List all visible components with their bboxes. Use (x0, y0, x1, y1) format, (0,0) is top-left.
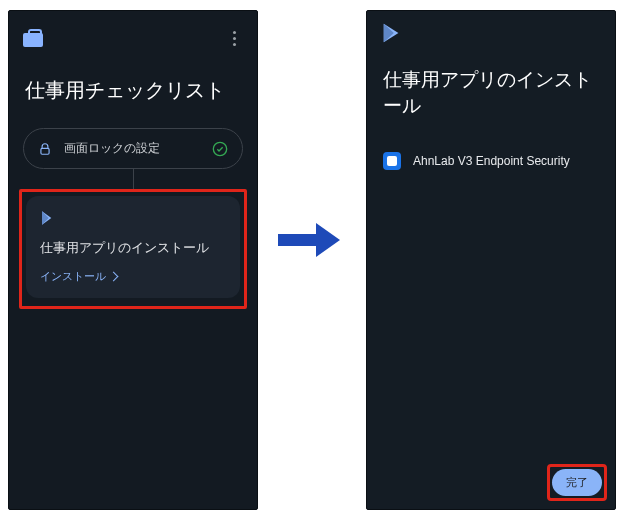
checklist-item-screen-lock[interactable]: 画面ロックの設定 (23, 128, 243, 169)
check-circle-icon (212, 141, 228, 157)
highlight-done-button: 完了 (547, 464, 607, 501)
page-title: 仕事用アプリのインストール (367, 55, 615, 142)
google-play-icon (40, 210, 56, 226)
top-bar (367, 11, 615, 55)
screen-install-apps: 仕事用アプリのインストール AhnLab V3 Endpoint Securit… (366, 10, 616, 510)
highlight-install-card: 仕事用アプリのインストール インストール (19, 189, 247, 309)
app-name-label: AhnLab V3 Endpoint Security (413, 154, 570, 168)
checklist-item-label: 画面ロックの設定 (64, 140, 200, 157)
connector-line (9, 169, 257, 189)
chevron-right-icon (109, 272, 119, 282)
done-button[interactable]: 完了 (552, 469, 602, 496)
svg-rect-0 (41, 148, 49, 154)
more-icon[interactable] (225, 29, 243, 47)
page-title: 仕事用チェックリスト (9, 65, 257, 128)
screen-checklist: 仕事用チェックリスト 画面ロックの設定 仕事用アプリのインストール (8, 10, 258, 510)
install-action-label: インストール (40, 269, 106, 284)
install-action-link[interactable]: インストール (40, 269, 226, 284)
google-play-icon (381, 22, 403, 44)
briefcase-icon (23, 29, 43, 47)
svg-point-1 (213, 142, 226, 155)
top-bar (9, 11, 257, 65)
flow-arrow-icon (278, 220, 344, 260)
app-icon (383, 152, 401, 170)
app-row[interactable]: AhnLab V3 Endpoint Security (367, 142, 615, 180)
install-card-title: 仕事用アプリのインストール (40, 240, 226, 257)
lock-icon (38, 142, 52, 156)
install-apps-card[interactable]: 仕事用アプリのインストール インストール (26, 196, 240, 298)
